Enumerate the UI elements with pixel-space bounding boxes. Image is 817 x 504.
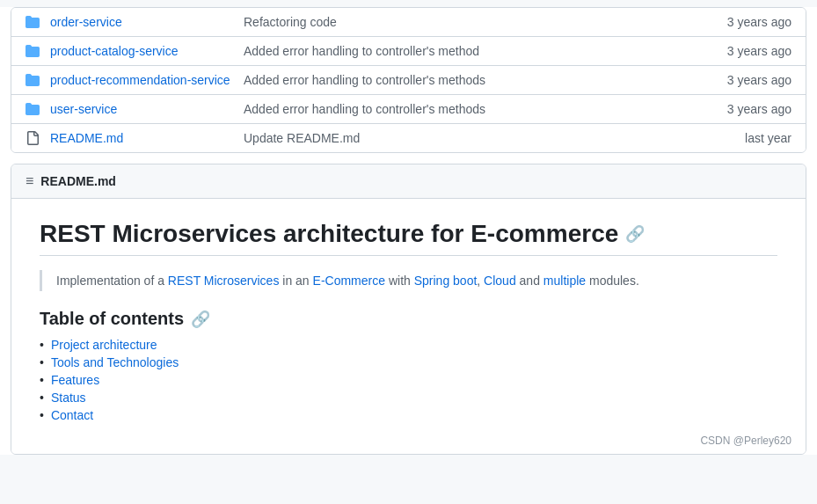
toc-link[interactable]: Tools and Technologies bbox=[51, 355, 179, 369]
readme-body: REST Microservices architecture for E-co… bbox=[11, 199, 806, 454]
file-commit: Added error handling to controller's met… bbox=[244, 102, 704, 116]
readme-section: ≡ README.md REST Microservices architect… bbox=[11, 164, 806, 455]
anchor-icon[interactable]: 🔗 bbox=[625, 224, 645, 244]
readme-header-title: README.md bbox=[40, 174, 116, 188]
file-time: last year bbox=[704, 131, 791, 145]
toc-anchor-icon[interactable]: 🔗 bbox=[191, 310, 210, 329]
toc-link[interactable]: Project architecture bbox=[51, 338, 157, 352]
file-time: 3 years ago bbox=[704, 102, 791, 116]
file-table: order-serviceRefactoring code3 years ago… bbox=[11, 7, 806, 153]
readme-header: ≡ README.md bbox=[11, 164, 806, 199]
folder-icon bbox=[26, 15, 43, 29]
file-row: product-catalog-serviceAdded error handl… bbox=[11, 37, 806, 66]
file-time: 3 years ago bbox=[704, 44, 791, 58]
folder-icon bbox=[26, 102, 43, 116]
file-name[interactable]: order-service bbox=[50, 15, 244, 29]
file-commit: Update README.md bbox=[244, 131, 704, 145]
file-time: 3 years ago bbox=[704, 15, 791, 29]
list-icon: ≡ bbox=[26, 173, 33, 189]
file-name[interactable]: user-service bbox=[50, 102, 244, 116]
file-name[interactable]: product-recommendation-service bbox=[50, 73, 244, 87]
toc-link[interactable]: Status bbox=[51, 391, 86, 405]
toc-item: Tools and Technologies bbox=[40, 355, 777, 369]
file-name[interactable]: README.md bbox=[50, 131, 244, 145]
watermark: CSDN @Perley620 bbox=[700, 435, 791, 447]
file-row: order-serviceRefactoring code3 years ago bbox=[11, 8, 806, 37]
toc-link[interactable]: Features bbox=[51, 373, 99, 387]
toc-title: Table of contents 🔗 bbox=[40, 309, 777, 329]
folder-icon bbox=[26, 44, 43, 58]
file-name[interactable]: product-catalog-service bbox=[50, 44, 244, 58]
toc-item: Contact bbox=[40, 408, 777, 422]
toc-link[interactable]: Contact bbox=[51, 408, 93, 422]
main-container: order-serviceRefactoring code3 years ago… bbox=[0, 7, 817, 455]
file-icon bbox=[26, 131, 43, 145]
folder-icon bbox=[26, 73, 43, 87]
toc-item: Project architecture bbox=[40, 338, 777, 352]
file-time: 3 years ago bbox=[704, 73, 791, 87]
file-row: user-serviceAdded error handling to cont… bbox=[11, 95, 806, 124]
file-commit: Added error handling to controller's met… bbox=[244, 44, 704, 58]
readme-description: Implementation of a REST Microservices i… bbox=[40, 270, 777, 291]
file-row: README.mdUpdate README.mdlast year bbox=[11, 124, 806, 152]
readme-main-title: REST Microservices architecture for E-co… bbox=[40, 220, 777, 256]
file-commit: Added error handling to controller's met… bbox=[244, 73, 704, 87]
file-commit: Refactoring code bbox=[244, 15, 704, 29]
file-row: product-recommendation-serviceAdded erro… bbox=[11, 66, 806, 95]
toc-item: Features bbox=[40, 373, 777, 387]
toc-list: Project architectureTools and Technologi… bbox=[40, 338, 777, 422]
toc-item: Status bbox=[40, 391, 777, 405]
